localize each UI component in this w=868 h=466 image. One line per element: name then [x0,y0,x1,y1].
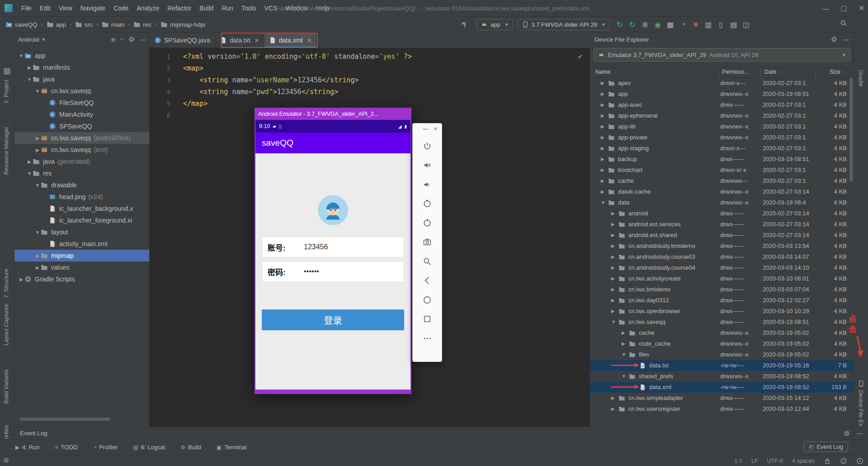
chevron-right-icon[interactable]: ▶ [601,121,604,132]
sync-project-icon[interactable]: ↻ [614,20,625,29]
chevron-right-icon[interactable]: ▶ [611,393,615,404]
close-tab-icon[interactable]: ✕ [255,37,259,44]
chevron-right-icon[interactable]: ▶ [34,253,41,258]
file-row-cache[interactable]: ▶cachedrwxrws--x2020-03-19 05:024 KB [590,328,854,338]
chevron-right-icon[interactable]: ▶ [611,219,615,230]
chevron-right-icon[interactable]: ▶ [611,284,615,295]
chevron-right-icon[interactable]: ▶ [26,65,33,70]
breadcrumb-item[interactable]: mipmap-hdpi [160,20,206,29]
column-permissions[interactable]: Permissi... [722,69,748,75]
menu-item-vcs[interactable]: VCS [260,0,282,16]
chevron-right-icon[interactable]: ▶ [26,159,33,164]
chevron-down-icon[interactable]: ▼ [18,53,24,58]
column-date[interactable]: Date [764,69,776,75]
tool-window-button-build[interactable]: ⚙Build [180,444,201,451]
attach-debugger-icon[interactable]: ◉ [652,20,663,29]
menu-item-file[interactable]: File [17,0,36,16]
tree-item-values[interactable]: ▶values [14,262,150,273]
tab-SPSaveQQ-java[interactable]: CSPSaveQQ.java [150,33,215,48]
back-icon[interactable] [422,275,433,286]
chevron-right-icon[interactable]: ▶ [601,154,604,165]
chevron-down-icon[interactable]: ▼ [26,77,33,82]
horizontal-scrollbar[interactable] [20,418,110,421]
file-row-backup[interactable]: ▶backupdrwx------2020-03-19 08:514 KB [590,154,854,165]
file-row-cn-lwx-usersregister[interactable]: ▶cn.lwx.usersregisterdrwx------2020-03-1… [590,404,854,414]
column-name[interactable]: Name [595,69,610,75]
hide-panel-icon[interactable]: — [843,36,849,43]
chevron-right-icon[interactable]: ▶ [611,306,615,317]
device-select[interactable]: 3.7 FWVGA slider API 29 ▼ [518,19,610,30]
line-ending[interactable]: LF [751,458,758,464]
tab-data-txt[interactable]: data.txt✕ [215,33,264,48]
chevron-right-icon[interactable]: ▶ [611,208,615,219]
stop-icon[interactable]: ■ [690,20,701,29]
vertical-scrollbar[interactable] [849,78,853,182]
chevron-down-icon[interactable]: ▼ [34,183,41,188]
chevron-right-icon[interactable]: ▶ [34,265,41,270]
login-button[interactable]: 登录 [262,309,404,330]
chevron-right-icon[interactable]: ▶ [611,241,615,252]
rotate-right-icon[interactable] [422,218,433,228]
sidebar-item-gradle[interactable]: Gradle [858,70,864,87]
chevron-down-icon[interactable]: ▼ [34,230,41,235]
project-view-mode[interactable]: Android [18,36,39,43]
tree-item-Gradle-Scripts[interactable]: ▶Gradle Scripts [14,273,150,285]
tree-item-app[interactable]: ▼app [14,50,150,62]
event-log-bar[interactable]: Event Log — [14,427,868,439]
lock-icon[interactable] [824,457,831,465]
chevron-right-icon[interactable]: ▶ [601,186,604,197]
screenshot-icon[interactable] [422,237,433,247]
volume-up-icon[interactable] [422,160,433,171]
chevron-down-icon[interactable]: ▼ [34,89,41,94]
tree-item-layout[interactable]: ▼layout [14,226,150,238]
volume-down-icon[interactable] [422,179,433,190]
file-row-app-ephemeral[interactable]: ▶app-ephemeraldrwxrwx--x2020-02-27 03:14… [590,110,854,121]
tab-data-xml[interactable]: </>data.xml✕ [264,33,317,48]
tree-item-cn-lwx-saveqq[interactable]: ▼cn.lwx.saveqq [14,85,150,97]
tree-item-ic-launcher-background-x[interactable]: </>ic_launcher_background.x [14,203,150,214]
chevron-down-icon[interactable]: ▼ [622,349,626,360]
tool-window-button-4-run[interactable]: ▶4: Run [15,444,40,451]
file-row-cn-lwx-saveqq[interactable]: ▼cn.lwx.saveqqdrwx------2020-03-19 08:51… [590,317,854,328]
menu-item-window[interactable]: Window [282,0,312,16]
chevron-right-icon[interactable]: ▶ [601,100,604,110]
file-row-android-ext-shared[interactable]: ▶android.ext.shareddrwx------2020-02-27 … [590,230,854,241]
more-icon[interactable] [422,333,433,344]
file-row-shared-prefs[interactable]: ▼shared_prefsdrwxrwx--x2020-03-19 08:524… [590,371,854,382]
file-row-app-lib[interactable]: ▶app-libdrwxrwx--x2020-02-27 03:14 KB [590,121,854,132]
sidebar-item-7-structure[interactable]: 7: Structure [3,269,9,298]
menu-item-build[interactable]: Build [195,0,217,16]
file-row-app[interactable]: ▶appdrwxrwx--x2020-03-19 08:514 KB [590,89,854,100]
menu-item-tools[interactable]: Tools [237,0,260,16]
tree-item-cn-lwx-saveqq[interactable]: ▶cn.lwx.saveqq(test) [14,144,150,156]
gear-icon[interactable] [128,36,135,43]
hide-panel-icon[interactable]: — [140,36,146,43]
profiler-icon[interactable]: ◔ [678,20,689,29]
coverage-icon[interactable]: ▦ [665,20,676,29]
minimize-icon[interactable]: — [422,125,428,132]
chevron-right-icon[interactable]: ▶ [622,338,625,349]
device-manager-icon[interactable]: ▯ [716,20,726,29]
device-dropdown[interactable]: Emulator 3.7_FWVGA_slider_API_29 Android… [594,48,850,62]
file-row-app-private[interactable]: ▶app-privatedrwxrwx--x2020-02-27 03:14 K… [590,132,854,143]
chevron-right-icon[interactable]: ▶ [601,132,604,143]
build-hammer-icon[interactable] [461,21,472,28]
file-row-cache[interactable]: ▶cachedrwxrwx---2020-02-27 03:14 KB [590,176,854,186]
file-row-bootchart[interactable]: ▶bootchartdrwxr-xr-x2020-02-27 03:14 KB [590,165,854,176]
tree-item-FileSaveQQ[interactable]: CFileSaveQQ [14,97,150,109]
chevron-right-icon[interactable]: ▶ [611,404,615,414]
tree-item-mipmap[interactable]: ▶mipmap [14,250,150,262]
gear-icon[interactable] [843,430,850,437]
run-config-select[interactable]: app ▼ [476,19,513,30]
overview-icon[interactable] [422,314,433,324]
chevron-right-icon[interactable]: ▶ [622,328,625,338]
sidebar-item-build-variants[interactable]: Build Variants [3,369,9,404]
tree-item-activity-main-xml[interactable]: </>activity_main.xml [14,238,150,250]
chevron-down-icon[interactable]: ▼ [611,317,616,328]
tree-item-res[interactable]: ▼res [14,167,150,179]
indent-setting[interactable]: 4 spaces [792,458,815,464]
rotate-left-icon[interactable] [422,198,433,209]
tree-item-java[interactable]: ▼java [14,73,150,85]
emulator-title-bar[interactable]: Android Emulator - 3.7_FWVGA_slider_API_… [255,108,411,120]
tree-item-SPSaveQQ[interactable]: CSPSaveQQ [14,120,150,132]
